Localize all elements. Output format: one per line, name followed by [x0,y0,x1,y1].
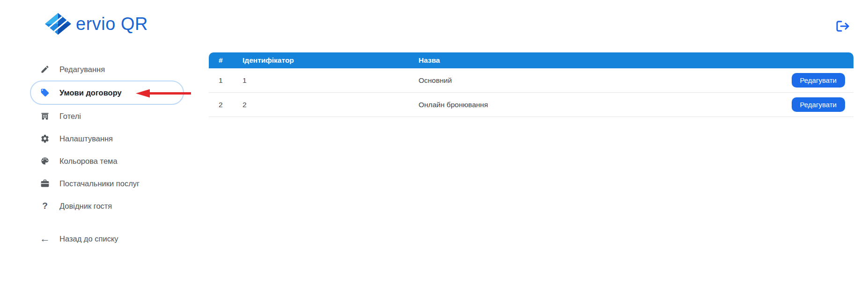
servio-logo-icon [44,13,72,35]
sidebar-item-guest-guide[interactable]: ? Довідник гостя [30,195,187,217]
sidebar-item-label: Умови договору [59,88,122,97]
question-icon: ? [40,201,50,211]
sidebar-item-label: Готелі [59,112,81,121]
sidebar-item-hotels[interactable]: Готелі [30,105,187,127]
sidebar-item-color-theme[interactable]: Кольорова тема [30,150,187,172]
logout-icon [836,21,850,32]
logout-button[interactable] [835,20,851,33]
pencil-icon [40,64,50,74]
gear-icon [40,133,50,144]
sidebar-item-label: Кольорова тема [59,157,118,166]
edit-button[interactable]: Редагувати [792,73,846,88]
sidebar: Редагування Умови договору Готелі [30,58,187,250]
column-header-name: Назва [419,56,769,65]
tag-icon [40,88,50,98]
cell-name: Онлайн бронювання [419,101,769,109]
sidebar-item-label: Довідник гостя [59,202,112,211]
column-header-identifier: Ідентифікатор [243,56,419,65]
cell-identifier: 2 [243,101,419,109]
sidebar-item-label: Назад до списку [59,234,118,243]
app-logo: ervio QR [44,13,148,35]
edit-button[interactable]: Редагувати [792,97,846,112]
hotel-icon [40,111,50,121]
logo-text: ervio QR [76,14,148,34]
sidebar-item-label: Постачальники послуг [59,179,140,188]
sidebar-item-edit[interactable]: Редагування [30,58,187,80]
cell-name: Основний [419,76,769,85]
sidebar-item-back-to-list[interactable]: ← Назад до списку [30,227,187,250]
table-row: 2 2 Онлайн бронювання Редагувати [209,93,853,117]
terms-table: # Ідентифікатор Назва 1 1 Основний Редаг… [209,52,853,117]
sidebar-item-service-providers[interactable]: Постачальники послуг [30,172,187,195]
sidebar-item-label: Редагування [59,65,105,74]
arrow-left-icon: ← [40,234,50,244]
table-header: # Ідентифікатор Назва [209,52,853,68]
table-row: 1 1 Основний Редагувати [209,68,853,93]
cell-number: 2 [209,101,243,109]
palette-icon [40,156,50,166]
cell-identifier: 1 [243,76,419,85]
cell-number: 1 [209,76,243,85]
sidebar-item-settings[interactable]: Налаштування [30,127,187,150]
column-header-number: # [209,56,243,65]
sidebar-item-contract-terms[interactable]: Умови договору [30,80,184,105]
briefcase-icon [40,178,50,189]
sidebar-item-label: Налаштування [59,134,113,143]
